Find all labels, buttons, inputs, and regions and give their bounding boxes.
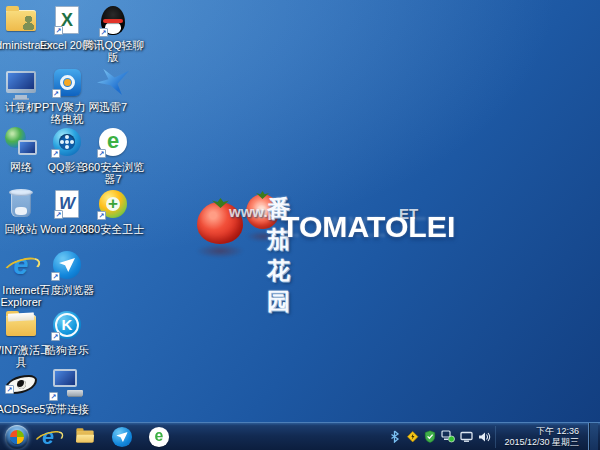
desktop-icon-browser360[interactable]: 360安全浏览器7 — [79, 125, 147, 185]
xunlei-icon — [97, 68, 129, 96]
desktop-icon-broadband[interactable]: 宽带连接 — [33, 367, 101, 415]
windows-desktop: AdministratorExcel 2003腾讯QQ轻聊版计算机PPTV聚力 … — [0, 0, 600, 450]
shortcut-arrow-icon — [97, 149, 106, 158]
shortcut-arrow-icon — [97, 211, 106, 220]
shortcut-arrow-icon — [54, 26, 63, 35]
safe360-icon — [99, 190, 127, 218]
taskbar: 下午 12:36 2015/12/30 星期三 — [0, 422, 600, 450]
shortcut-arrow-icon — [51, 149, 60, 158]
desktop-icon-baidu[interactable]: 百度浏览器 — [33, 248, 101, 296]
360-browser-icon — [148, 426, 168, 446]
system-tray: 下午 12:36 2015/12/30 星期三 — [387, 423, 600, 450]
shortcut-arrow-icon — [49, 392, 58, 401]
security-shield-icon[interactable] — [423, 429, 437, 445]
browser360-icon — [99, 128, 127, 156]
folder-icon — [6, 315, 36, 336]
qq-icon — [101, 6, 125, 35]
desktop-icon-label: 酷狗音乐 — [33, 344, 101, 356]
shortcut-arrow-icon — [5, 385, 14, 394]
desktop-icon-label: 百度浏览器 — [33, 284, 101, 296]
taskbar-item-windows-explorer[interactable] — [66, 423, 103, 450]
shortcut-arrow-icon — [51, 332, 60, 341]
network-status-icon[interactable] — [441, 429, 455, 445]
word-icon — [55, 190, 79, 218]
taskbar-item-360-browser[interactable] — [140, 423, 177, 450]
computer-icon — [6, 71, 36, 93]
desktop-background[interactable]: AdministratorExcel 2003腾讯QQ轻聊版计算机PPTV聚力 … — [0, 0, 600, 422]
logo-english-title: TOMATOLEI — [281, 211, 455, 244]
folder-icon — [76, 430, 93, 442]
shortcut-arrow-icon — [95, 89, 104, 98]
taskbar-item-internet-explorer[interactable] — [29, 423, 66, 450]
desktop-icon-label: 迅雷7 — [79, 101, 147, 113]
shortcut-arrow-icon — [99, 28, 108, 37]
kugou-icon — [53, 311, 81, 339]
qqplayer-icon — [53, 128, 81, 156]
taskbar-item-baidu-browser[interactable] — [103, 423, 140, 450]
desktop-icon-label: 宽带连接 — [33, 403, 101, 415]
clock-date: 2015/12/30 星期三 — [504, 437, 579, 448]
desktop-icon-qq[interactable]: 腾讯QQ轻聊版 — [79, 3, 147, 63]
desktop-icon-safe360[interactable]: 360安全卫士 — [79, 187, 147, 235]
tomato-reflection — [196, 244, 244, 258]
desktop-icon-xunlei[interactable]: 迅雷7 — [79, 65, 147, 113]
shortcut-arrow-icon — [54, 210, 63, 219]
desktop-icon-kugou[interactable]: 酷狗音乐 — [33, 308, 101, 356]
start-button[interactable] — [5, 425, 29, 449]
baidu-browser-icon — [111, 426, 131, 446]
display-icon[interactable] — [459, 429, 473, 445]
internet-explorer-icon — [35, 425, 61, 449]
bluetooth-icon[interactable] — [387, 429, 401, 445]
clock-time: 下午 12:36 — [504, 426, 579, 437]
desktop-icon-label: 360安全浏览器7 — [79, 161, 147, 185]
excel-icon — [55, 6, 79, 34]
broadband-icon — [51, 369, 83, 399]
baidu-icon — [53, 251, 81, 279]
recycle-icon — [11, 191, 31, 217]
pptv-icon — [54, 69, 81, 96]
shortcut-arrow-icon — [52, 89, 61, 98]
volume-icon[interactable] — [477, 429, 491, 445]
desktop-icon-label: 腾讯QQ轻聊版 — [79, 39, 147, 63]
update-alert-icon[interactable] — [405, 429, 419, 445]
desktop-icon-label: 360安全卫士 — [79, 223, 147, 235]
show-desktop-button[interactable] — [588, 423, 598, 450]
taskbar-clock[interactable]: 下午 12:36 2015/12/30 星期三 — [495, 426, 584, 448]
folder-user-icon — [6, 10, 36, 31]
shortcut-arrow-icon — [51, 272, 60, 281]
windows-logo-icon — [10, 430, 24, 444]
